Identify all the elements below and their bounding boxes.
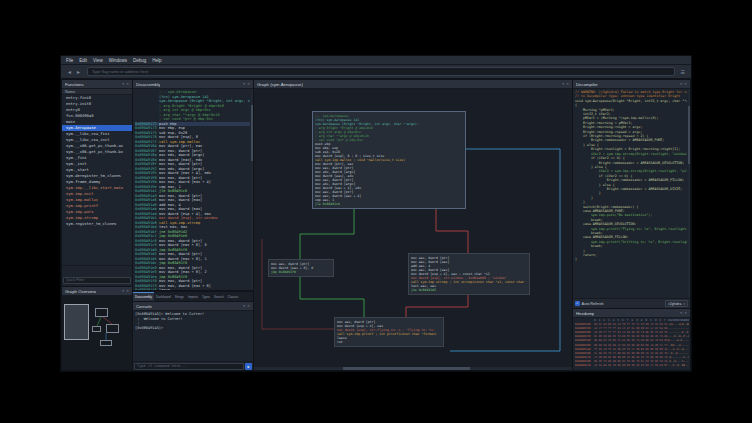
close-icon[interactable]: ✕ <box>247 302 250 311</box>
menu-bar: FileEditViewWindowsDebugHelp <box>61 56 691 65</box>
decompiler-line: void sym.Aeropause(Bright *Bright, int32… <box>575 99 687 103</box>
chevron-down-icon: ▾ <box>683 302 685 306</box>
close-icon[interactable]: ✕ <box>126 80 129 89</box>
disassembly-line[interactable]: 0x080491f6 leave <box>135 288 250 290</box>
toolbar: ◄ ► ☰ <box>61 65 691 79</box>
disassembly-panel-header: Disassembly ▾ ✕ <box>133 80 253 89</box>
graph-overview-title: Graph Overview <box>65 289 96 294</box>
hex-bytes: eb 1a 8b 45 f4 8b 40 04 89 44 24 04 c7 0… <box>594 364 668 368</box>
panel-menu-icon[interactable]: ▾ <box>122 80 124 89</box>
graph-canvas[interactable]: ;-- sym.Aeropause:(fcn) sym.Aeropause 14… <box>254 89 572 370</box>
hexdump-panel-header: Hexdump ▾ ✕ <box>573 309 690 318</box>
graph-panel-title: Graph (sym.Aeropause) <box>257 82 303 87</box>
widget-tab-bar: DisassemblyDashboardStringsImportsTypesS… <box>133 291 253 301</box>
decompiler-footer: ✓ Auto Refresh r2ghidra ▾ <box>573 298 690 308</box>
graph-panel-header: Graph (sym.Aeropause) ▾ ✕ <box>254 80 572 89</box>
tasks-icon[interactable]: ☰ <box>679 69 687 75</box>
widget-tab[interactable]: Dashboard <box>154 293 173 301</box>
console-panel-title: Console <box>136 304 152 309</box>
back-icon[interactable]: ◄ <box>65 69 74 75</box>
panel-menu-icon[interactable]: ▾ <box>243 80 245 89</box>
decompiler-select-value: r2ghidra <box>668 302 681 306</box>
hexdump-body[interactable]: 0 1 2 3 4 5 6 7 8 9 A B C D E F 01234567… <box>573 318 690 370</box>
close-icon[interactable]: ✕ <box>684 309 687 318</box>
quick-filter-bar <box>62 265 132 286</box>
hex-ascii: ...E..@..D$...$. <box>668 364 689 368</box>
main-area: Functions ▾ ✕ Name entry.fini0entry.init… <box>61 79 691 371</box>
instruction: leave <box>159 288 250 290</box>
panel-menu-icon[interactable]: ▾ <box>680 309 682 318</box>
menu-item[interactable]: File <box>63 56 76 65</box>
quick-filter-input[interactable] <box>63 277 131 284</box>
disassembly-scrollbar[interactable] <box>251 89 253 290</box>
hexdump-rows: 0x08049140 8d 4c 24 04 83 e4 f0 ff 71 fc… <box>575 323 689 368</box>
console-output[interactable]: [0x08049145]> Welcome to Cutter! ; Welco… <box>133 311 253 361</box>
scrollbar-thumb[interactable] <box>343 367 470 370</box>
decompiler-panel: Decompiler ▾ ✕ // WARNING: [r2ghidra] Fa… <box>573 80 690 308</box>
disassembly-panel: Disassembly ▾ ✕ ;-- sym.Aerop <box>133 80 253 290</box>
decompiler-select[interactable]: r2ghidra ▾ <box>665 300 688 307</box>
console-panel: Console ▾ ✕ [0x08049145]> Welcome to Cut… <box>133 302 253 370</box>
menu-item[interactable]: Windows <box>106 56 130 65</box>
graph-block-line: jmp 0x80491f0 <box>271 270 331 274</box>
auto-refresh-checkbox[interactable]: ✓ <box>575 301 580 306</box>
graph-block-line: jne 0x80491d2 <box>411 288 527 292</box>
screen: FileEditViewWindowsDebugHelp ◄ ► ☰ Funct… <box>0 0 752 423</box>
graph-block[interactable]: mov eax, dword [ptr]mov dword [esp + 4],… <box>334 317 444 347</box>
decompiler-scrollbar[interactable] <box>688 89 690 298</box>
forward-icon[interactable]: ► <box>74 69 83 75</box>
scrollbar-thumb[interactable] <box>688 106 690 165</box>
widget-tab[interactable]: Search <box>212 293 226 301</box>
decompiler-panel-title: Decompiler <box>576 82 598 87</box>
widget-tab[interactable]: Types <box>200 293 212 301</box>
decompiler-line: } <box>575 257 687 261</box>
widget-tab[interactable]: Classes <box>226 293 241 301</box>
graph-overview-header: Graph Overview ▾ ✕ <box>62 287 132 296</box>
graph-block-line: jle 0x80491c6 <box>315 202 463 206</box>
graph-hscrollbar[interactable] <box>254 367 572 370</box>
auto-refresh-label: Auto Refresh <box>582 302 604 306</box>
disassembly-panel-title: Disassembly <box>136 82 160 87</box>
console-line: [0x08049145]> <box>135 326 251 331</box>
graph-panel: Graph (sym.Aeropause) ▾ ✕ <box>254 80 572 370</box>
graph-block-line: ret <box>337 340 441 344</box>
cutter-window: FileEditViewWindowsDebugHelp ◄ ► ☰ Funct… <box>60 55 692 372</box>
functions-panel: Functions ▾ ✕ Name entry.fini0entry.init… <box>62 80 132 286</box>
console-panel-header: Console ▾ ✕ <box>133 302 253 311</box>
function-item[interactable]: sym.register_tm_clones <box>62 221 132 227</box>
close-icon[interactable]: ✕ <box>126 287 129 296</box>
panel-menu-icon[interactable]: ▾ <box>243 302 245 311</box>
console-input-row: ▸ <box>133 361 253 370</box>
panel-menu-icon[interactable]: ▾ <box>122 287 124 296</box>
close-icon[interactable]: ✕ <box>566 80 569 89</box>
graph-overview-panel: Graph Overview ▾ ✕ <box>62 287 132 370</box>
menu-item[interactable]: Help <box>149 56 164 65</box>
disassembly-listing[interactable]: ;-- sym.Aeropause: (fcn) sym.Aeropause 1… <box>133 89 250 290</box>
widget-tab[interactable]: Imports <box>186 293 200 301</box>
close-icon[interactable]: ✕ <box>247 80 250 89</box>
decompiler-code[interactable]: // WARNING: [r2ghidra] Failed to match t… <box>573 89 687 298</box>
console-run-button[interactable]: ▸ <box>245 363 252 370</box>
functions-list[interactable]: entry.fini0entry.init0entry0fcn.080490a0… <box>62 95 132 265</box>
widget-tab[interactable]: Disassembly <box>133 292 154 301</box>
scrollbar-thumb[interactable] <box>251 105 253 161</box>
graph-overview-minimap[interactable] <box>62 296 132 370</box>
menu-item[interactable]: Edit <box>76 56 90 65</box>
close-icon[interactable]: ✕ <box>684 80 687 89</box>
widget-tab[interactable]: Strings <box>173 293 186 301</box>
menu-item[interactable]: Debug <box>130 56 149 65</box>
search-input[interactable] <box>87 67 675 76</box>
graph-block[interactable]: ;-- sym.Aeropause:(fcn) sym.Aeropause 14… <box>312 111 466 209</box>
hexdump-row[interactable]: 0x080491e0 eb 1a 8b 45 f4 8b 40 04 89 44… <box>575 364 689 368</box>
decompiler-line: Bright->ambassador = AMBASSADOR_PILLOW; <box>575 178 687 182</box>
menu-item[interactable]: View <box>90 56 106 65</box>
console-input[interactable] <box>134 363 244 370</box>
hexdump-panel: Hexdump ▾ ✕ 0 1 2 3 4 5 6 7 8 9 A B C D … <box>573 309 690 370</box>
minimap-edges <box>62 296 130 370</box>
address: 0x080491f6 <box>135 288 159 290</box>
graph-block[interactable]: mov eax, dword [ptr]mov eax, dword [eax]… <box>408 253 530 295</box>
hexdump-panel-title: Hexdump <box>576 311 594 316</box>
panel-menu-icon[interactable]: ▾ <box>562 80 564 89</box>
panel-menu-icon[interactable]: ▾ <box>680 80 682 89</box>
graph-block[interactable]: mov eax, dword [ptr]mov dword [eax + 8],… <box>268 259 334 277</box>
